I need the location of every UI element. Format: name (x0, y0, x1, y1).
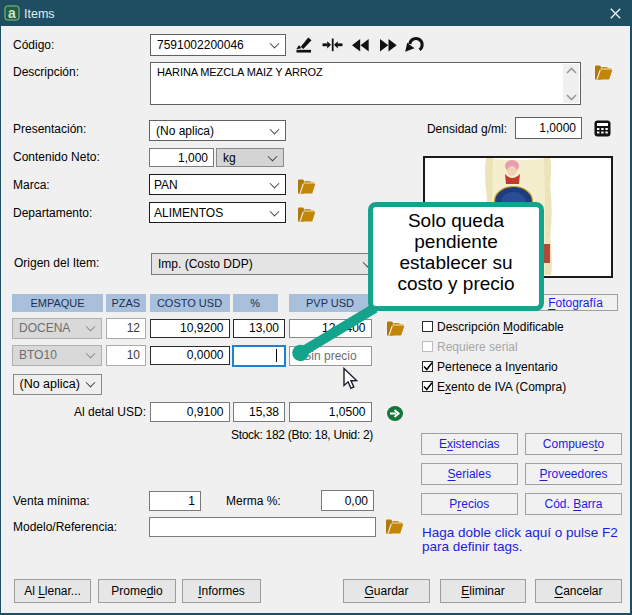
svg-text:a: a (8, 5, 16, 21)
